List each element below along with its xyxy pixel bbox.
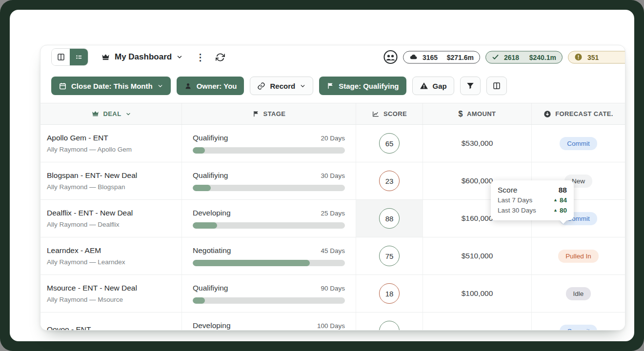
deal-cell[interactable]: Apollo Gem - ENT Ally Raymond — Apollo G… — [40, 125, 182, 162]
deal-name: Dealflix - ENT - New Deal — [47, 209, 133, 217]
stage-cell: Qualifiying 30 Days — [182, 162, 356, 199]
score-circle[interactable]: 88 — [379, 208, 400, 229]
filter-label: Close Date: This Month — [71, 82, 153, 90]
deal-cell[interactable]: Msource - ENT - New Deal Ally Raymond — … — [40, 275, 182, 312]
stage-days: 45 Days — [321, 247, 345, 254]
deal-cell[interactable]: Dealflix - ENT - New Deal Ally Raymond —… — [40, 200, 182, 237]
stage-progress-fill — [193, 147, 205, 154]
filter-label: Owner: You — [197, 82, 237, 90]
filter-funnel-button[interactable] — [460, 77, 481, 95]
crown-icon — [91, 110, 100, 118]
board-view-button[interactable] — [52, 49, 70, 65]
column-header-stage[interactable]: STAGE — [182, 103, 356, 124]
deal-cell[interactable]: Blogspan - ENT- New Deal Ally Raymond — … — [40, 162, 182, 199]
score-cell[interactable] — [356, 312, 423, 331]
filter-stage[interactable]: Stage: Qualifying — [319, 77, 406, 95]
stage-progress-fill — [193, 297, 205, 304]
refresh-button[interactable] — [216, 53, 225, 62]
table-row[interactable]: Learndex - AEM Ally Raymond — Learndex N… — [40, 237, 625, 275]
more-options-button[interactable]: ⋮ — [196, 52, 205, 63]
table-row[interactable]: Apollo Gem - ENT Ally Raymond — Apollo G… — [40, 125, 625, 162]
tooltip-value: 80 — [560, 205, 567, 215]
table-row[interactable]: Msource - ENT - New Deal Ally Raymond — … — [40, 275, 625, 312]
cloud-icon — [409, 53, 418, 61]
amount-value: $530,000 — [462, 139, 493, 148]
score-circle[interactable]: 23 — [379, 171, 400, 191]
column-label: AMOUNT — [467, 110, 496, 117]
chevron-down-icon — [176, 54, 183, 60]
stage-progress-fill — [193, 260, 310, 266]
stat-amount: $271.6m — [447, 53, 474, 61]
stat-amount: $240.1m — [529, 53, 556, 61]
score-circle[interactable]: 65 — [379, 133, 400, 154]
filter-owner[interactable]: Owner: You — [177, 77, 244, 95]
flag-icon — [252, 110, 260, 117]
stat-pill-total[interactable]: 3165 $271.6m — [403, 51, 480, 63]
stage-progress-fill — [193, 185, 211, 191]
score-tooltip: Score 88 Last 7 Days ▲84 Last 30 Days ▲8… — [491, 180, 574, 220]
column-header-deal[interactable]: DEAL — [40, 103, 182, 124]
stage-name: Negotiating — [193, 246, 231, 255]
stat-count: 351 — [587, 53, 599, 61]
deal-owner: Ally Raymond — Blogspan — [47, 183, 125, 191]
forecast-cell: Commit — [532, 312, 625, 331]
list-view-button[interactable] — [70, 49, 88, 65]
up-triangle-icon: ▲ — [553, 195, 558, 205]
chevron-down-icon — [157, 83, 163, 89]
amount-cell: $510,000 — [423, 237, 532, 274]
dashboard-title-group[interactable]: My Dashboard — [101, 52, 183, 62]
stat-pill-committed[interactable]: 2618 $240.1m — [485, 51, 563, 63]
deal-owner: Ally Raymond — Msource — [47, 296, 123, 303]
filter-record[interactable]: Record — [250, 77, 313, 95]
column-label: SCORE — [383, 110, 407, 117]
stage-cell: Developing 100 Days — [182, 312, 356, 331]
filter-label: Gap — [433, 82, 447, 90]
amount-value: $600,000 — [462, 176, 493, 185]
tooltip-score: 88 — [559, 185, 567, 195]
deal-cell[interactable]: Learndex - AEM Ally Raymond — Learndex — [40, 237, 182, 274]
team-avatar-icon[interactable] — [383, 50, 398, 64]
deal-cell[interactable]: Oovoo - ENT — [40, 312, 182, 331]
filter-gap[interactable]: Gap — [412, 77, 454, 95]
amount-cell: $100,000 — [423, 275, 532, 312]
dollar-icon: $ — [459, 110, 463, 118]
filter-close-date[interactable]: Close Date: This Month — [51, 77, 171, 95]
stage-days: 25 Days — [321, 210, 345, 217]
forecast-badge: Idle — [566, 287, 591, 300]
table-header: DEAL STAGE SCORE — [40, 103, 625, 125]
deal-name: Oovoo - ENT — [47, 325, 91, 331]
table-row[interactable]: Oovoo - ENT Developing 100 Days — [40, 312, 625, 331]
stage-progress-track — [193, 147, 345, 154]
up-triangle-icon: ▲ — [553, 205, 558, 215]
stat-pill-risk[interactable]: 351 $2 — [568, 51, 625, 63]
stage-progress-track — [193, 222, 345, 229]
deal-name: Learndex - AEM — [47, 246, 101, 255]
stat-count: 3165 — [423, 53, 438, 61]
score-circle[interactable]: 18 — [379, 283, 400, 304]
column-header-forecast[interactable]: FORECAST CATE. — [532, 103, 625, 124]
score-cell[interactable]: 23 — [356, 162, 423, 199]
score-cell[interactable]: 18 — [356, 275, 423, 312]
deal-owner: Ally Raymond — Dealflix — [47, 221, 120, 228]
forecast-badge: Commit — [560, 137, 597, 150]
filter-label: Record — [270, 82, 295, 90]
stage-progress-track — [193, 297, 345, 304]
tooltip-title: Score — [498, 185, 518, 195]
stage-days: 20 Days — [321, 135, 345, 142]
column-settings-button[interactable] — [486, 77, 507, 95]
column-header-amount[interactable]: $ AMOUNT — [423, 103, 532, 124]
score-circle[interactable]: 75 — [379, 246, 400, 266]
score-circle[interactable] — [379, 321, 400, 331]
stage-name: Developing — [193, 321, 231, 330]
stage-progress-track — [193, 185, 345, 191]
column-header-score[interactable]: SCORE — [356, 103, 423, 124]
amount-value: $100,000 — [462, 289, 493, 298]
score-cell[interactable]: 75 — [356, 237, 423, 274]
amount-value: $510,000 — [462, 252, 493, 260]
forecast-cell: Commit — [532, 125, 625, 162]
score-cell[interactable]: 88 — [356, 200, 423, 237]
columns-icon — [492, 81, 501, 90]
amount-value: $160,000 — [462, 214, 493, 223]
score-cell[interactable]: 65 — [356, 125, 423, 162]
stage-name: Qualifiying — [193, 171, 228, 180]
